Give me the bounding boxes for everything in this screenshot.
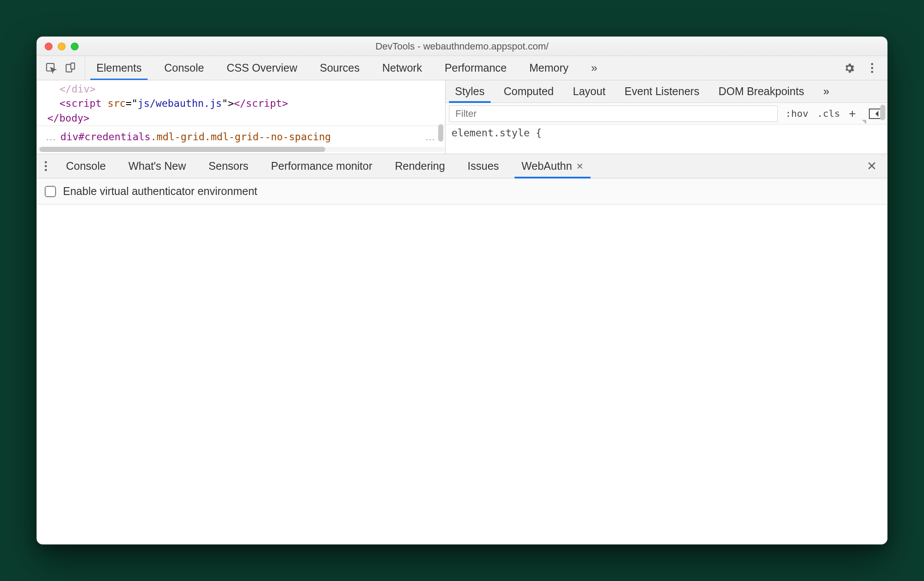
- breadcrumb-next-icon[interactable]: …: [422, 131, 440, 143]
- elements-horizontal-scrollbar[interactable]: [37, 147, 445, 152]
- tab-console[interactable]: Console: [153, 56, 215, 80]
- close-tab-icon[interactable]: ✕: [576, 161, 584, 172]
- drawer-tab-console[interactable]: Console: [55, 154, 117, 178]
- breadcrumb: … div#credentials.mdl-grid.mdl-grid--no-…: [37, 125, 445, 147]
- resize-handle-icon[interactable]: [862, 120, 866, 124]
- tab-dom-breakpoints[interactable]: DOM Breakpoints: [709, 80, 814, 102]
- drawer-tab-strip: Console What's New Sensors Performance m…: [37, 154, 887, 178]
- drawer-tab-webauthn[interactable]: WebAuthn ✕: [510, 154, 595, 178]
- styles-toolbar: :hov .cls +: [446, 103, 887, 125]
- devtools-window: DevTools - webauthndemo.appspot.com/ Ele…: [36, 36, 888, 545]
- code-line-2: <script src="js/webauthn.js"></script>: [59, 96, 445, 111]
- main-toolbar-right: [834, 56, 887, 80]
- svg-rect-2: [71, 63, 75, 69]
- titlebar: DevTools - webauthndemo.appspot.com/: [37, 37, 887, 56]
- enable-virtual-authenticator-label: Enable virtual authenticator environment: [63, 185, 257, 198]
- toggle-cls[interactable]: .cls: [813, 108, 845, 119]
- element-style-rule: element.style {: [452, 127, 542, 139]
- code-line-1: </div>: [59, 83, 96, 95]
- dom-tree[interactable]: </div> <script src="js/webauthn.js"></sc…: [37, 80, 445, 125]
- tab-event-listeners[interactable]: Event Listeners: [615, 80, 709, 102]
- drawer-more-icon[interactable]: [37, 154, 55, 178]
- toggle-hov[interactable]: :hov: [781, 108, 813, 119]
- new-style-rule-icon[interactable]: +: [845, 107, 860, 121]
- inspect-element-icon[interactable]: [45, 62, 58, 75]
- toggle-computed-sidebar-icon[interactable]: [869, 109, 881, 119]
- window-title: DevTools - webauthndemo.appspot.com/: [37, 41, 887, 52]
- tab-styles[interactable]: Styles: [446, 80, 494, 102]
- enable-virtual-authenticator-checkbox[interactable]: [45, 186, 56, 197]
- tab-css-overview[interactable]: CSS Overview: [215, 56, 309, 80]
- drawer-tab-rendering[interactable]: Rendering: [383, 154, 456, 178]
- tab-memory[interactable]: Memory: [518, 56, 580, 80]
- breadcrumb-prev-icon[interactable]: …: [42, 131, 60, 143]
- drawer-tab-sensors[interactable]: Sensors: [197, 154, 260, 178]
- settings-icon[interactable]: [843, 62, 856, 75]
- main-tab-strip: Elements Console CSS Overview Sources Ne…: [37, 56, 887, 80]
- more-menu-icon[interactable]: [865, 62, 878, 75]
- close-drawer-icon[interactable]: ✕: [856, 154, 887, 178]
- tab-elements[interactable]: Elements: [85, 56, 153, 80]
- code-line-3: </body>: [47, 112, 89, 124]
- webauthn-panel-header: Enable virtual authenticator environment: [37, 178, 887, 205]
- tab-network[interactable]: Network: [371, 56, 433, 80]
- styles-vertical-scrollbar[interactable]: [880, 105, 885, 120]
- webauthn-panel-body: [37, 205, 887, 544]
- drawer-tab-performance-monitor[interactable]: Performance monitor: [260, 154, 383, 178]
- elements-and-styles-split: </div> <script src="js/webauthn.js"></sc…: [37, 80, 887, 154]
- styles-tabs-overflow-icon[interactable]: »: [814, 80, 839, 102]
- elements-vertical-scrollbar[interactable]: [438, 83, 443, 142]
- styles-pane: Styles Computed Layout Event Listeners D…: [445, 80, 887, 154]
- styles-tab-strip: Styles Computed Layout Event Listeners D…: [446, 80, 887, 103]
- drawer-tab-whats-new[interactable]: What's New: [117, 154, 198, 178]
- breadcrumb-current[interactable]: div#credentials.mdl-grid.mdl-grid--no-sp…: [60, 131, 331, 142]
- inspect-tools: [37, 56, 85, 80]
- main-tabs: Elements Console CSS Overview Sources Ne…: [85, 56, 834, 80]
- tab-layout[interactable]: Layout: [563, 80, 615, 102]
- tab-performance[interactable]: Performance: [433, 56, 518, 80]
- drawer-tab-issues[interactable]: Issues: [456, 154, 510, 178]
- tab-computed[interactable]: Computed: [494, 80, 563, 102]
- styles-body[interactable]: element.style {: [446, 125, 887, 141]
- styles-filter-input[interactable]: [449, 106, 778, 122]
- elements-pane: </div> <script src="js/webauthn.js"></sc…: [37, 80, 445, 154]
- device-toolbar-icon[interactable]: [64, 62, 77, 75]
- main-tabs-overflow-icon[interactable]: »: [580, 56, 608, 80]
- tab-sources[interactable]: Sources: [309, 56, 371, 80]
